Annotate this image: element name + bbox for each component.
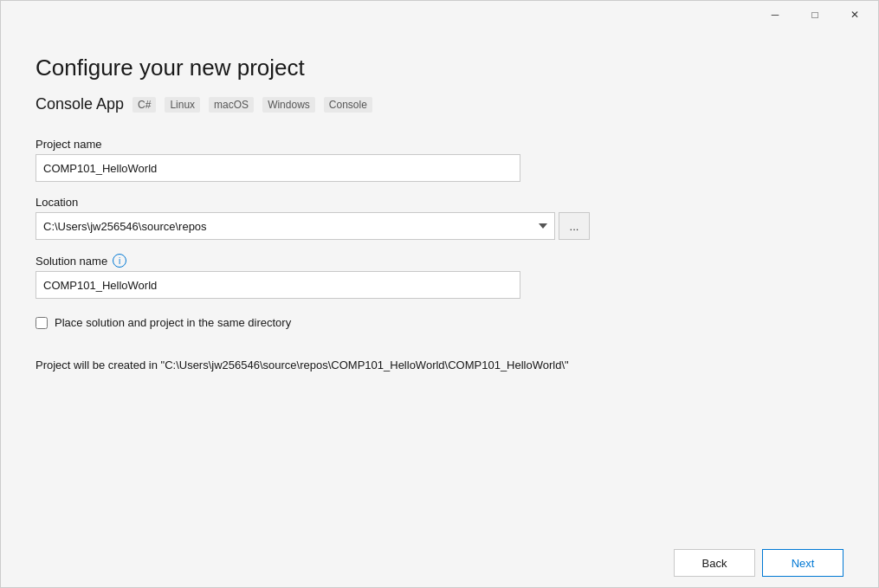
solution-name-group: Solution name i bbox=[36, 254, 843, 299]
back-button[interactable]: Back bbox=[674, 549, 755, 577]
project-name-group: Project name bbox=[36, 138, 843, 182]
tag-console: Console bbox=[324, 97, 372, 113]
close-button[interactable]: ✕ bbox=[835, 1, 875, 29]
solution-name-label-row: Solution name i bbox=[36, 254, 843, 268]
same-directory-checkbox[interactable] bbox=[36, 317, 48, 329]
main-content: Configure your new project Console App C… bbox=[1, 29, 878, 539]
footer: Back Next bbox=[1, 539, 878, 587]
tag-linux: Linux bbox=[165, 97, 200, 113]
app-name: Console App bbox=[36, 95, 124, 113]
solution-name-info-icon[interactable]: i bbox=[113, 254, 126, 268]
tag-windows: Windows bbox=[262, 97, 315, 113]
next-button[interactable]: Next bbox=[762, 549, 843, 577]
project-path-info: Project will be created in "C:\Users\jw2… bbox=[36, 357, 843, 374]
tag-csharp: C# bbox=[132, 97, 156, 113]
browse-button[interactable]: ... bbox=[559, 212, 590, 240]
project-name-label: Project name bbox=[36, 138, 843, 151]
form: Project name Location C:\Users\jw256546\… bbox=[36, 138, 843, 521]
title-bar: ─ □ ✕ bbox=[1, 1, 878, 29]
location-label: Location bbox=[36, 196, 843, 209]
location-select[interactable]: C:\Users\jw256546\source\repos bbox=[36, 212, 555, 240]
tag-macos: macOS bbox=[209, 97, 254, 113]
main-window: ─ □ ✕ Configure your new project Console… bbox=[0, 0, 879, 588]
project-name-input[interactable] bbox=[36, 154, 520, 182]
minimize-button[interactable]: ─ bbox=[755, 1, 795, 29]
page-title: Configure your new project bbox=[36, 55, 843, 81]
checkbox-row: Place solution and project in the same d… bbox=[36, 316, 843, 329]
location-group: Location C:\Users\jw256546\source\repos … bbox=[36, 196, 843, 240]
location-row: C:\Users\jw256546\source\repos ... bbox=[36, 212, 590, 240]
subtitle-row: Console App C# Linux macOS Windows Conso… bbox=[36, 95, 843, 113]
checkbox-label[interactable]: Place solution and project in the same d… bbox=[55, 316, 291, 329]
solution-name-label: Solution name bbox=[36, 255, 107, 268]
solution-name-input[interactable] bbox=[36, 271, 520, 299]
restore-button[interactable]: □ bbox=[795, 1, 835, 29]
